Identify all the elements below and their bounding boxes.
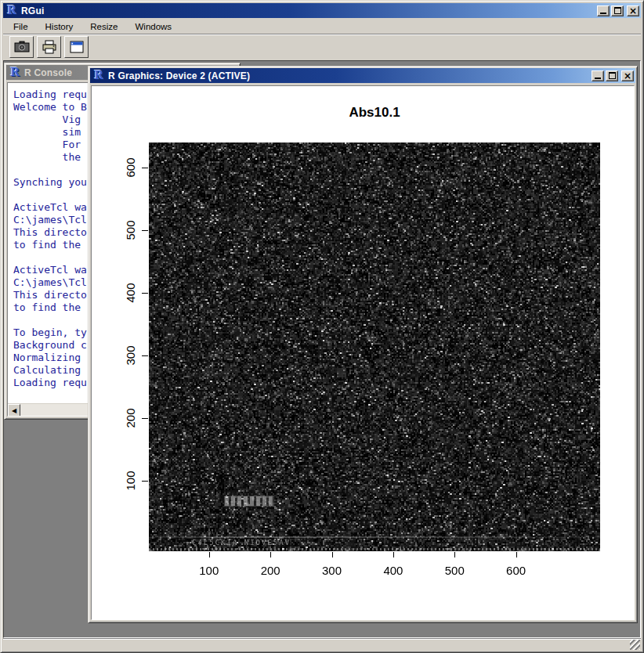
- graphics-minimize-button[interactable]: [592, 70, 604, 81]
- minimize-button[interactable]: [597, 5, 610, 16]
- y-axis-tick-label: 300: [124, 346, 137, 366]
- y-axis-tick-label: 500: [124, 221, 137, 240]
- microarray-scan-image: [149, 143, 600, 551]
- y-axis-tick: [142, 481, 148, 482]
- graphics-client: Abs10.1 C4L5CKIA NIOVE5AV 10020030040050…: [91, 85, 635, 620]
- x-axis-tick-label: 200: [261, 564, 280, 577]
- menu-resize[interactable]: Resize: [85, 20, 122, 33]
- close-icon: ×: [629, 7, 637, 15]
- printer-icon: [41, 40, 58, 54]
- x-axis-tick-label: 300: [322, 564, 342, 577]
- graphics-title: R Graphics: Device 2 (ACTIVE): [108, 70, 250, 81]
- x-axis-tick: [516, 552, 517, 557]
- resize-grip[interactable]: [630, 640, 640, 650]
- main-titlebar[interactable]: R RGui ×: [3, 3, 641, 18]
- y-axis-tick-label: 100: [124, 471, 137, 491]
- r-graphics-window[interactable]: R R Graphics: Device 2 (ACTIVE) × Abs10.…: [88, 66, 638, 623]
- new-window-icon: [68, 40, 85, 54]
- graphics-close-button[interactable]: ×: [621, 70, 634, 81]
- y-axis-tick-label: 600: [124, 158, 137, 178]
- minimize-icon: [595, 78, 601, 79]
- graphics-titlebar[interactable]: R R Graphics: Device 2 (ACTIVE) ×: [90, 68, 635, 83]
- graphics-maximize-button[interactable]: [606, 70, 618, 81]
- x-axis-tick-label: 600: [506, 564, 526, 577]
- status-bar: [3, 639, 641, 651]
- console-title: R Console: [24, 67, 72, 78]
- print-button[interactable]: [37, 36, 61, 58]
- main-window-controls: ×: [597, 5, 639, 16]
- new-window-button[interactable]: [64, 36, 89, 58]
- r-logo-icon: R: [5, 5, 18, 16]
- x-axis-tick: [454, 552, 455, 557]
- rgui-main-window: R RGui × FileHistoryResizeWindows: [0, 0, 644, 653]
- scroll-left-arrow-icon: ◀: [12, 407, 16, 414]
- scan-dotted-line-artifact: [149, 548, 600, 550]
- r-logo-icon: R: [9, 67, 21, 78]
- graphics-window-controls: ×: [592, 70, 634, 81]
- x-axis-tick: [209, 552, 210, 557]
- scan-embedded-text: C4L5CKIA NIOVE5AV: [192, 539, 291, 547]
- y-axis-tick-label: 200: [124, 409, 137, 428]
- minimize-icon: [600, 13, 606, 14]
- menu-history[interactable]: History: [41, 20, 78, 33]
- x-axis-tick: [270, 552, 271, 557]
- mdi-client-area: R R Console Loading requ Welcome to B Vi…: [3, 60, 641, 638]
- main-window-title: RGui: [21, 5, 44, 16]
- plot-title: Abs10.1: [149, 105, 600, 121]
- x-axis-tick-label: 500: [445, 564, 465, 577]
- close-icon: ×: [624, 72, 631, 80]
- maximize-button[interactable]: [611, 5, 624, 16]
- toolbar: [3, 34, 641, 60]
- y-axis-tick-label: 400: [124, 283, 137, 303]
- x-axis-tick: [393, 552, 394, 557]
- maximize-icon: [609, 72, 616, 79]
- x-axis-tick-label: 400: [383, 564, 403, 577]
- y-axis-tick: [142, 168, 148, 168]
- scan-streak-artifact: [149, 536, 600, 538]
- scan-barcode-artifact: [225, 496, 273, 506]
- r-logo-icon: R: [92, 70, 105, 81]
- camera-button[interactable]: [9, 36, 34, 58]
- menu-file[interactable]: File: [9, 20, 33, 33]
- menu-windows[interactable]: Windows: [130, 20, 176, 33]
- y-axis-tick: [142, 293, 148, 294]
- maximize-icon: [614, 7, 621, 14]
- x-axis-tick: [332, 552, 333, 557]
- scroll-left-button[interactable]: ◀: [8, 404, 20, 417]
- menu-bar: FileHistoryResizeWindows: [3, 19, 641, 34]
- plot-area: Abs10.1 C4L5CKIA NIOVE5AV 10020030040050…: [92, 86, 634, 619]
- y-axis-tick: [142, 418, 148, 419]
- close-button[interactable]: ×: [627, 5, 639, 16]
- y-axis-tick: [142, 230, 148, 231]
- camera-icon: [13, 40, 31, 54]
- x-axis-tick-label: 100: [199, 564, 219, 577]
- y-axis-tick: [142, 355, 148, 356]
